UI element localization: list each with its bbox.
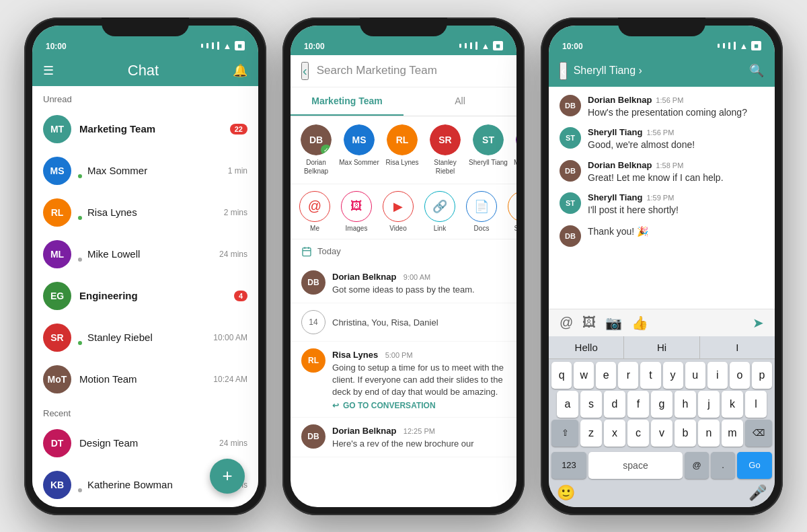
signal-bar bbox=[470, 42, 472, 49]
chat-time: 1 min bbox=[228, 166, 247, 176]
at-button[interactable]: @ bbox=[560, 315, 573, 330]
messages-area: DB Dorian Belknap 1:56 PM How's the pres… bbox=[549, 87, 775, 309]
date-label: Today bbox=[317, 246, 341, 256]
backspace-key[interactable]: ⌫ bbox=[745, 420, 772, 447]
period-key[interactable]: . bbox=[711, 452, 735, 479]
member-item[interactable]: SR Stanley Riebel bbox=[425, 124, 465, 176]
phone-2: 10:00 ▲ ■ ‹ Search Marketing Team Market… bbox=[282, 17, 525, 515]
list-item[interactable]: SF SF Office 12:30 PM bbox=[32, 506, 258, 507]
key-u[interactable]: u bbox=[685, 362, 705, 389]
filter-row: @ Me 🖼 Images ▶ Video 🔗 Link 📄 Docs ▭ S bbox=[291, 184, 516, 239]
avatar: MS bbox=[344, 124, 375, 155]
image-button[interactable]: 🖼 bbox=[582, 315, 596, 330]
list-item[interactable]: EG Engineering 4 bbox=[32, 275, 258, 317]
message-item: DB Dorian Belknap 12:25 PM Here's a rev … bbox=[291, 418, 516, 457]
key-s[interactable]: s bbox=[580, 391, 602, 418]
menu-button[interactable]: ☰ bbox=[43, 63, 54, 78]
list-item[interactable]: MT Marketing Team 22 bbox=[32, 108, 258, 150]
filter-icon: ▶ bbox=[383, 191, 414, 222]
avatar: MS bbox=[43, 157, 71, 185]
key-b[interactable]: b bbox=[675, 420, 696, 447]
key-a[interactable]: a bbox=[557, 391, 578, 418]
chat-contact-title: Sheryll Tiang › bbox=[574, 65, 742, 77]
numbers-key[interactable]: 123 bbox=[551, 452, 586, 479]
key-d[interactable]: d bbox=[604, 391, 625, 418]
message-avatar: DB bbox=[301, 270, 325, 295]
key-n[interactable]: n bbox=[698, 420, 720, 447]
go-to-conversation-link[interactable]: ↩ GO TO CONVERSATION bbox=[332, 401, 506, 410]
list-item[interactable]: SR Stanley Riebel 10:00 AM bbox=[32, 317, 258, 358]
list-item[interactable]: DT Design Team 24 mins bbox=[32, 422, 258, 464]
member-item[interactable]: MS Max Sommer bbox=[339, 124, 379, 176]
back-button[interactable]: ‹ bbox=[560, 62, 567, 80]
group-names: Christina, You, Risa, Daniel bbox=[332, 317, 438, 329]
list-item[interactable]: RL Risa Lynes 2 mins bbox=[32, 192, 258, 233]
key-f[interactable]: f bbox=[627, 391, 649, 418]
message-row: DB Thank you! 🎉 bbox=[560, 225, 764, 247]
key-c[interactable]: c bbox=[627, 420, 649, 447]
filter-slides[interactable]: ▭ Slides bbox=[504, 191, 516, 232]
signal-bar bbox=[206, 43, 208, 48]
notification-button[interactable]: 🔔 bbox=[233, 63, 247, 78]
suggestion-i[interactable]: I bbox=[700, 336, 775, 358]
key-y[interactable]: y bbox=[663, 362, 683, 389]
search-button[interactable]: 🔍 bbox=[749, 63, 764, 78]
key-z[interactable]: z bbox=[580, 420, 602, 447]
tab-marketing-team[interactable]: Marketing Team bbox=[291, 87, 404, 116]
key-p[interactable]: p bbox=[752, 362, 772, 389]
space-key[interactable]: space bbox=[588, 452, 683, 479]
go-key[interactable]: Go bbox=[737, 452, 772, 479]
member-item[interactable]: ST Sheryll Tiang bbox=[468, 124, 508, 176]
suggestion-hi[interactable]: Hi bbox=[624, 336, 699, 358]
list-item[interactable]: ML Mike Lowell 24 mins bbox=[32, 233, 258, 275]
mic-button[interactable]: 🎤 bbox=[748, 484, 767, 502]
time-2: 10:00 bbox=[304, 42, 325, 51]
signal-bar bbox=[475, 42, 477, 50]
key-i[interactable]: i bbox=[707, 362, 728, 389]
message-avatar: ST bbox=[560, 127, 581, 149]
list-item[interactable]: MS Max Sommer 1 min bbox=[32, 150, 258, 192]
at-key[interactable]: @ bbox=[685, 452, 709, 479]
key-m[interactable]: m bbox=[722, 420, 743, 447]
tab-all[interactable]: All bbox=[404, 87, 516, 116]
chat-time: 2 mins bbox=[224, 208, 247, 217]
key-x[interactable]: x bbox=[604, 420, 625, 447]
key-t[interactable]: t bbox=[640, 362, 660, 389]
reaction-button[interactable]: 👍 bbox=[631, 315, 648, 331]
list-item[interactable]: MoT Motion Team 10:24 AM bbox=[32, 358, 258, 400]
key-w[interactable]: w bbox=[574, 362, 594, 389]
suggestion-hello[interactable]: Hello bbox=[549, 336, 624, 358]
filter-images[interactable]: 🖼 Images bbox=[338, 191, 375, 232]
presence-indicator bbox=[77, 487, 83, 494]
key-l[interactable]: l bbox=[745, 391, 767, 418]
keyboard-rows: q w e r t y u i o p a s d f g h bbox=[549, 359, 775, 449]
key-q[interactable]: q bbox=[551, 362, 572, 389]
emoji-button[interactable]: 🙂 bbox=[557, 484, 575, 502]
filter-video[interactable]: ▶ Video bbox=[379, 191, 417, 232]
member-item[interactable]: RL Risa Lynes bbox=[382, 124, 422, 176]
key-k[interactable]: k bbox=[722, 391, 743, 418]
signal-bar bbox=[728, 42, 730, 49]
presence-indicator bbox=[77, 173, 83, 180]
chat-name: Engineering bbox=[79, 290, 138, 301]
member-item[interactable]: ML Mike Lowell bbox=[511, 124, 516, 176]
send-button[interactable]: ➤ bbox=[753, 315, 764, 331]
member-item[interactable]: DB ✓ Dorian Belknap bbox=[296, 124, 336, 176]
key-e[interactable]: e bbox=[596, 362, 616, 389]
camera-button[interactable]: 📷 bbox=[605, 315, 622, 331]
key-h[interactable]: h bbox=[675, 391, 696, 418]
key-g[interactable]: g bbox=[651, 391, 672, 418]
key-j[interactable]: j bbox=[698, 391, 720, 418]
key-r[interactable]: r bbox=[618, 362, 638, 389]
bubble-header: Sheryll Tiang 1:56 PM bbox=[588, 127, 764, 137]
filter-docs[interactable]: 📄 Docs bbox=[463, 191, 500, 232]
key-o[interactable]: o bbox=[730, 362, 750, 389]
filter-link[interactable]: 🔗 Link bbox=[421, 191, 459, 232]
back-button[interactable]: ‹ bbox=[301, 62, 309, 80]
compose-button[interactable]: + bbox=[210, 459, 245, 494]
shift-key[interactable]: ⇧ bbox=[551, 420, 578, 447]
filter-me[interactable]: @ Me bbox=[296, 191, 334, 232]
search-placeholder[interactable]: Search Marketing Team bbox=[317, 64, 506, 77]
key-v[interactable]: v bbox=[651, 420, 672, 447]
member-name: Dorian Belknap bbox=[296, 158, 336, 176]
